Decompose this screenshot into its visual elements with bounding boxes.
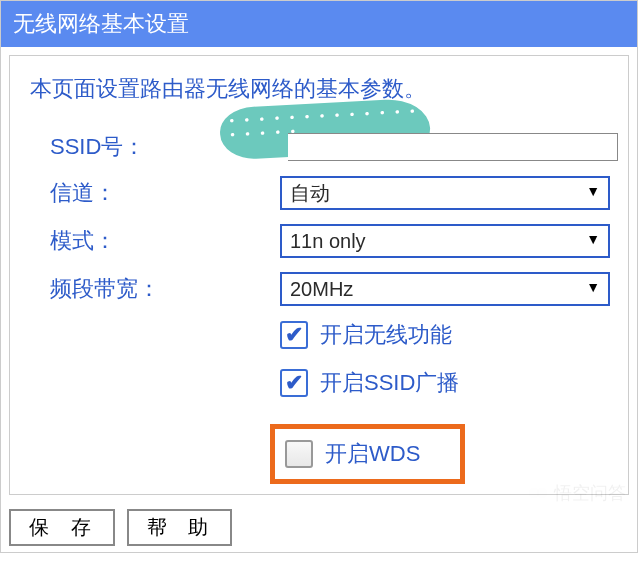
- button-bar: 保 存 帮 助: [1, 503, 637, 552]
- mode-row: 模式： 11n only: [30, 224, 618, 258]
- ssid-broadcast-label: 开启SSID广播: [320, 368, 459, 398]
- watermark-icon: [528, 483, 548, 503]
- ssid-input[interactable]: [288, 133, 618, 161]
- help-button[interactable]: 帮 助: [127, 509, 233, 546]
- channel-select[interactable]: 自动: [280, 176, 610, 210]
- panel-title: 无线网络基本设置: [1, 1, 637, 47]
- wireless-enable-row: 开启无线功能: [30, 320, 618, 350]
- svg-point-1: [537, 488, 547, 498]
- ssid-control: [250, 133, 618, 161]
- ssid-row: SSID号：: [30, 132, 618, 162]
- wireless-enable-checkbox[interactable]: [280, 321, 308, 349]
- wds-label: 开启WDS: [325, 439, 420, 469]
- wireless-enable-label: 开启无线功能: [320, 320, 452, 350]
- channel-row: 信道： 自动: [30, 176, 618, 210]
- bandwidth-row: 频段带宽： 20MHz: [30, 272, 618, 306]
- watermark: 悟空问答: [528, 481, 626, 505]
- panel-body: 本页面设置路由器无线网络的基本参数。 SSID号： 信道： 自动 模式：: [9, 55, 629, 495]
- bandwidth-label: 频段带宽：: [50, 274, 280, 304]
- intro-text: 本页面设置路由器无线网络的基本参数。: [30, 74, 618, 104]
- mode-select[interactable]: 11n only: [280, 224, 610, 258]
- watermark-text: 悟空问答: [554, 481, 626, 505]
- wds-checkbox[interactable]: [285, 440, 313, 468]
- settings-panel: 无线网络基本设置 本页面设置路由器无线网络的基本参数。 SSID号： 信道： 自…: [0, 0, 638, 553]
- channel-label: 信道：: [50, 178, 280, 208]
- wds-highlight: 开启WDS: [270, 424, 465, 484]
- ssid-broadcast-checkbox[interactable]: [280, 369, 308, 397]
- save-button[interactable]: 保 存: [9, 509, 115, 546]
- mode-label: 模式：: [50, 226, 280, 256]
- bandwidth-select[interactable]: 20MHz: [280, 272, 610, 306]
- ssid-broadcast-row: 开启SSID广播: [30, 368, 618, 398]
